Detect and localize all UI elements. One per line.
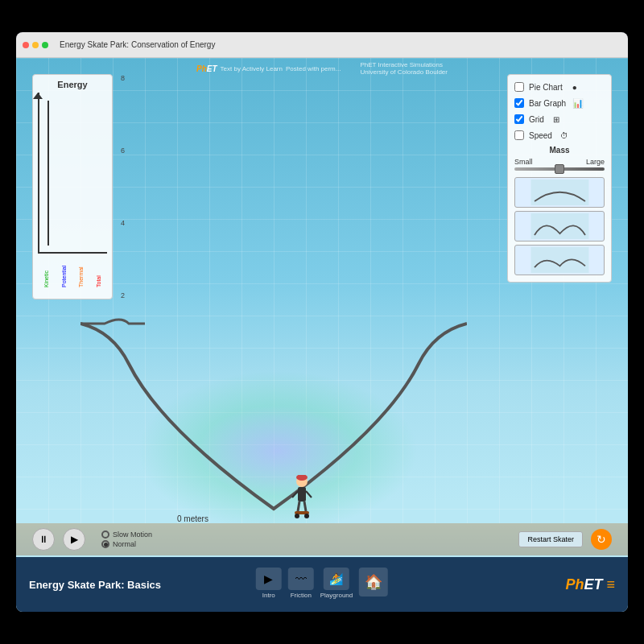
y-label-2: 2 <box>121 291 125 299</box>
svg-line-3 <box>292 491 298 497</box>
intro-icon: ▶ <box>256 568 282 590</box>
browser-title: Energy Skate Park: Conservation of Energ… <box>60 40 621 49</box>
mass-small-label: Small <box>514 158 533 166</box>
pie-chart-checkbox[interactable] <box>514 82 524 92</box>
bar-graph-label: Bar Graph <box>529 99 566 108</box>
svg-rect-12 <box>530 247 588 273</box>
playground-label: Playground <box>320 592 353 599</box>
y-label-8: 8 <box>121 74 125 82</box>
speed-label: Speed <box>529 131 552 140</box>
grid-label: Grid <box>529 115 544 124</box>
grid-row: Grid ⊞ <box>514 114 605 125</box>
pie-chart-label: Pie Chart <box>529 83 563 92</box>
pie-chart-icon: ● <box>568 81 582 93</box>
close-dot[interactable] <box>23 42 29 48</box>
controls-panel: Pie Chart ● Bar Graph 📊 Grid ⊞ Speed ⏱ <box>507 74 612 283</box>
tab-intro[interactable]: ▶ Intro <box>256 568 282 599</box>
pause-button[interactable]: ⏸ <box>32 528 55 551</box>
svg-point-9 <box>304 514 309 518</box>
sim-container: PhET Text by Actively Learn Posted with … <box>16 58 628 612</box>
thumb-1[interactable] <box>514 177 605 208</box>
energy-panel-title: Energy <box>38 80 107 89</box>
thermal-label: Thermal <box>78 255 84 287</box>
mass-large-label: Large <box>586 158 605 166</box>
svg-line-5 <box>298 502 299 511</box>
phet-header-posted: Posted with perm... <box>286 65 341 72</box>
y-label-6: 6 <box>121 147 125 155</box>
monitor-frame: Energy Skate Park: Conservation of Energ… <box>16 32 628 612</box>
browser-bar: Energy Skate Park: Conservation of Energ… <box>16 32 628 58</box>
svg-line-4 <box>306 491 312 497</box>
energy-labels: Kinetic Potential Thermal Total <box>38 255 107 287</box>
tab-friction[interactable]: 〰 Friction <box>288 568 314 599</box>
normal-row: Normal <box>101 540 152 548</box>
svg-rect-11 <box>530 213 588 239</box>
energy-panel: Energy Kinetic Potential Thermal Total <box>32 74 113 299</box>
motion-radio-group: Slow Motion Normal <box>101 530 152 548</box>
restart-skater-button[interactable]: Restart Skater <box>518 531 583 547</box>
speed-icon: ⏱ <box>557 130 572 141</box>
mass-thumb[interactable] <box>555 164 564 174</box>
phet-subtitle: PhET Interactive Simulations University … <box>360 61 448 76</box>
svg-point-8 <box>295 514 299 518</box>
phet-logo-header: PhET <box>196 64 217 73</box>
slow-motion-label: Slow Motion <box>113 530 152 539</box>
meters-label: 0 meters <box>177 514 208 523</box>
nav-bar: Energy Skate Park: Basics ▶ Intro 〰 Fric… <box>16 557 628 612</box>
thumb-3[interactable] <box>514 245 605 275</box>
bar-graph-icon: 📊 <box>571 97 585 109</box>
speed-row: Speed ⏱ <box>514 130 605 141</box>
maximize-dot[interactable] <box>42 42 48 48</box>
browser-dots <box>23 42 48 48</box>
grid-icon: ⊞ <box>549 114 564 125</box>
friction-icon: 〰 <box>288 568 314 590</box>
y-axis-labels: 8 6 4 2 <box>121 74 125 299</box>
bar-graph-row: Bar Graph 📊 <box>514 97 605 109</box>
energy-arrow <box>33 93 43 99</box>
bottom-controls-bar: ⏸ ▶ Slow Motion Normal Restart Skater ↻ <box>16 523 628 555</box>
kinetic-label: Kinetic <box>43 255 49 287</box>
mass-section: Mass Small Large <box>514 146 605 171</box>
potential-label: Potential <box>61 255 67 287</box>
y-label-4: 4 <box>121 219 125 227</box>
energy-line <box>47 101 49 246</box>
speed-checkbox[interactable] <box>514 130 524 140</box>
grid-checkbox[interactable] <box>514 114 524 124</box>
thumb-container <box>514 177 605 275</box>
nav-tabs: ▶ Intro 〰 Friction 🏄 Playground 🏠 <box>256 568 388 599</box>
refresh-button[interactable]: ↻ <box>591 529 612 550</box>
skate-ramp <box>80 316 467 525</box>
mass-title: Mass <box>514 146 605 155</box>
home-button[interactable]: 🏠 <box>359 568 388 597</box>
phet-logo: PhET ≡ <box>565 576 615 593</box>
total-label: Total <box>96 255 101 287</box>
skater-figure <box>290 475 314 523</box>
minimize-dot[interactable] <box>32 42 39 48</box>
bar-graph-checkbox[interactable] <box>514 98 524 108</box>
friction-label: Friction <box>291 592 312 599</box>
svg-rect-2 <box>298 487 306 502</box>
phet-header-text: Text by Actively Learn <box>221 65 283 72</box>
energy-chart-area <box>38 93 107 254</box>
pie-chart-row: Pie Chart ● <box>514 81 605 93</box>
step-button[interactable]: ▶ <box>63 528 85 551</box>
intro-label: Intro <box>262 592 275 599</box>
normal-label: Normal <box>113 540 136 548</box>
normal-radio[interactable] <box>101 540 109 548</box>
playground-icon: 🏄 <box>324 568 349 590</box>
mass-slider[interactable] <box>514 167 605 171</box>
svg-line-6 <box>304 502 306 511</box>
slow-motion-radio[interactable] <box>101 530 109 539</box>
slow-motion-row: Slow Motion <box>101 530 152 539</box>
tab-playground[interactable]: 🏄 Playground <box>320 568 353 599</box>
thumb-2[interactable] <box>514 211 605 242</box>
